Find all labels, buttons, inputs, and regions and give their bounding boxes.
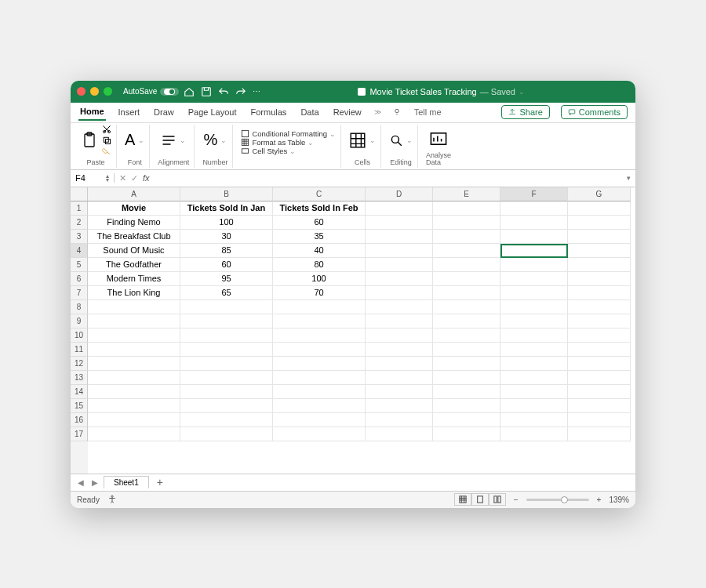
cell-C10[interactable] <box>273 328 366 343</box>
tellme-button[interactable]: Tell me <box>413 104 443 120</box>
cell-G10[interactable] <box>568 328 631 343</box>
paste-icon[interactable] <box>80 129 99 151</box>
share-button[interactable]: Share <box>501 105 549 119</box>
cell-B8[interactable] <box>180 300 273 314</box>
cell-F3[interactable] <box>500 230 568 244</box>
cell-B5[interactable]: 60 <box>180 258 273 272</box>
cell-B2[interactable]: 100 <box>180 216 273 230</box>
cell-F8[interactable] <box>500 300 568 314</box>
cell-C8[interactable] <box>273 300 366 314</box>
cell-F15[interactable] <box>500 399 568 413</box>
row-header-1[interactable]: 1 <box>71 201 88 216</box>
view-page-break[interactable] <box>489 493 506 506</box>
redo-icon[interactable] <box>235 86 246 97</box>
row-header-4[interactable]: 4 <box>71 244 88 258</box>
cell-A14[interactable] <box>88 385 180 399</box>
cell-G1[interactable] <box>568 201 631 216</box>
close-window[interactable] <box>77 87 86 96</box>
row-header-11[interactable]: 11 <box>71 343 88 357</box>
col-header-A[interactable]: A <box>88 187 180 201</box>
cell-G5[interactable] <box>568 258 631 272</box>
sheet-nav-prev[interactable]: ◀ <box>75 478 86 487</box>
col-header-G[interactable]: G <box>568 187 631 201</box>
cell-E11[interactable] <box>433 343 500 357</box>
cell-D6[interactable] <box>366 272 433 286</box>
cell-F17[interactable] <box>500 427 568 441</box>
formula-expand-icon[interactable]: ▾ <box>622 174 635 182</box>
row-header-5[interactable]: 5 <box>71 258 88 272</box>
col-header-C[interactable]: C <box>273 187 366 201</box>
cell-F16[interactable] <box>500 413 568 427</box>
maximize-window[interactable] <box>104 87 112 96</box>
cell-G8[interactable] <box>568 300 631 314</box>
cell-F13[interactable] <box>500 371 568 385</box>
cell-C7[interactable]: 70 <box>273 286 366 300</box>
cell-F9[interactable] <box>500 314 568 328</box>
cell-B7[interactable]: 65 <box>180 286 273 300</box>
cell-B9[interactable] <box>180 314 273 328</box>
row-header-17[interactable]: 17 <box>71 427 88 441</box>
cell-A2[interactable]: Finding Nemo <box>88 216 180 230</box>
sheet-nav-next[interactable]: ▶ <box>89 478 100 487</box>
zoom-slider[interactable] <box>526 499 589 501</box>
save-icon[interactable] <box>201 86 212 97</box>
editing-icon[interactable] <box>389 133 403 147</box>
cell-C1[interactable]: Tickets Sold In Feb <box>273 201 366 216</box>
cell-E13[interactable] <box>433 371 500 385</box>
row-header-7[interactable]: 7 <box>71 286 88 300</box>
row-header-9[interactable]: 9 <box>71 314 88 328</box>
cell-C15[interactable] <box>273 399 366 413</box>
cell-C17[interactable] <box>273 427 366 441</box>
row-header-13[interactable]: 13 <box>71 371 88 385</box>
cell-B15[interactable] <box>180 399 273 413</box>
undo-icon[interactable] <box>218 86 229 97</box>
more-tabs-icon[interactable]: ≫ <box>374 108 381 116</box>
tab-home[interactable]: Home <box>78 103 106 121</box>
cell-C4[interactable]: 40 <box>273 244 366 258</box>
cell-D15[interactable] <box>366 399 433 413</box>
cell-D1[interactable] <box>366 201 433 216</box>
cell-E4[interactable] <box>433 244 500 258</box>
cell-B13[interactable] <box>180 371 273 385</box>
cell-B1[interactable]: Tickets Sold In Jan <box>180 201 273 216</box>
cell-B6[interactable]: 95 <box>180 272 273 286</box>
cell-C6[interactable]: 100 <box>273 272 366 286</box>
title-dropdown-icon[interactable]: ⌄ <box>519 88 525 96</box>
cell-A3[interactable]: The Breakfast Club <box>88 230 180 244</box>
cell-E5[interactable] <box>433 258 500 272</box>
col-header-E[interactable]: E <box>433 187 500 201</box>
cell-B11[interactable] <box>180 343 273 357</box>
sheet-tab[interactable]: Sheet1 <box>104 476 149 488</box>
cell-D14[interactable] <box>366 385 433 399</box>
cell-A1[interactable]: Movie <box>88 201 180 216</box>
view-page-layout[interactable] <box>471 493 489 506</box>
cell-D7[interactable] <box>366 286 433 300</box>
cell-D5[interactable] <box>366 258 433 272</box>
name-box[interactable]: F4 ▴▾ <box>71 173 115 183</box>
cut-icon[interactable] <box>102 125 111 134</box>
cell-B17[interactable] <box>180 427 273 441</box>
row-header-3[interactable]: 3 <box>71 230 88 244</box>
minimize-window[interactable] <box>90 87 99 96</box>
cell-E2[interactable] <box>433 216 500 230</box>
number-icon[interactable]: % <box>203 131 217 149</box>
zoom-out[interactable]: − <box>514 495 519 504</box>
cell-A13[interactable] <box>88 371 180 385</box>
cell-D17[interactable] <box>366 427 433 441</box>
cell-E1[interactable] <box>433 201 500 216</box>
cell-B12[interactable] <box>180 357 273 371</box>
cell-F6[interactable] <box>500 272 568 286</box>
name-box-stepper-icon[interactable]: ▴▾ <box>106 174 109 182</box>
format-as-table-button[interactable]: Format as Table ⌄ <box>241 138 336 147</box>
cell-G14[interactable] <box>568 385 631 399</box>
tab-page-layout[interactable]: Page Layout <box>187 104 238 120</box>
cell-styles-button[interactable]: Cell Styles ⌄ <box>241 147 336 155</box>
cell-C5[interactable]: 80 <box>273 258 366 272</box>
cell-G7[interactable] <box>568 286 631 300</box>
cell-D4[interactable] <box>366 244 433 258</box>
tab-data[interactable]: Data <box>299 104 320 120</box>
cell-F11[interactable] <box>500 343 568 357</box>
cell-B10[interactable] <box>180 328 273 343</box>
row-header-12[interactable]: 12 <box>71 357 88 371</box>
cell-A11[interactable] <box>88 343 180 357</box>
